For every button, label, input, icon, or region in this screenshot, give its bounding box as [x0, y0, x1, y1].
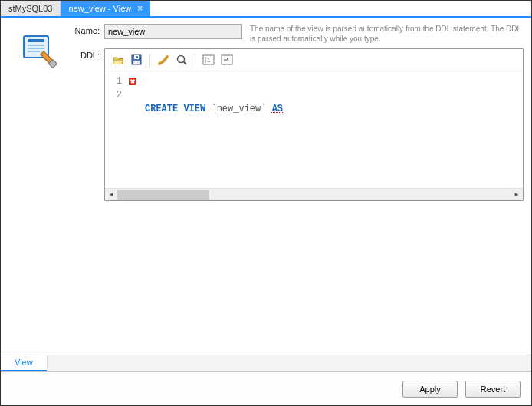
- invisible-chars-icon[interactable]: [218, 52, 235, 68]
- svg-rect-4: [28, 51, 40, 52]
- empty-marker: [126, 88, 139, 102]
- close-icon[interactable]: ×: [137, 4, 143, 13]
- search-icon[interactable]: [173, 52, 190, 68]
- name-label: Name:: [70, 24, 104, 35]
- line-number: 2: [105, 88, 126, 102]
- bottom-tabbar: View: [1, 355, 531, 371]
- svg-point-10: [177, 55, 184, 62]
- scroll-left-icon[interactable]: ◄: [105, 190, 117, 200]
- marker-gutter: [126, 71, 139, 188]
- save-icon[interactable]: [128, 52, 145, 68]
- code-editor[interactable]: 1 2 CREATE VIEW `new_view` AS: [105, 71, 523, 188]
- line-number: 1: [105, 74, 126, 88]
- open-icon[interactable]: [110, 52, 126, 68]
- content-area: Name: The name of the view is parsed aut…: [1, 18, 531, 355]
- keyword: CREATE: [145, 104, 178, 114]
- svg-rect-3: [28, 48, 44, 49]
- svg-rect-2: [28, 45, 44, 46]
- name-hint: The name of the view is parsed automatic…: [250, 24, 524, 44]
- toolbar-separator: [195, 54, 195, 66]
- right-panel: Name: The name of the view is parsed aut…: [70, 24, 524, 351]
- error-marker-icon[interactable]: [126, 74, 139, 88]
- svg-rect-9: [133, 61, 140, 64]
- tab-label: new_view - View: [68, 4, 131, 13]
- code-text[interactable]: CREATE VIEW `new_view` AS: [139, 71, 523, 188]
- scroll-right-icon[interactable]: ►: [511, 190, 523, 200]
- svg-rect-1: [28, 39, 44, 42]
- svg-rect-8: [136, 56, 138, 58]
- ddl-editor-panel: 1 1 2 CREATE VIEW `: [104, 48, 524, 201]
- ddl-label: DDL:: [70, 48, 104, 60]
- wrap-icon[interactable]: 1: [200, 52, 217, 68]
- revert-button[interactable]: Revert: [465, 381, 521, 398]
- toolbar-separator: [149, 54, 150, 66]
- button-bar: Apply Revert: [1, 371, 531, 405]
- keyword-error: AS: [272, 104, 283, 114]
- name-input[interactable]: [104, 24, 242, 39]
- left-panel: [8, 24, 70, 351]
- view-tool-icon: [21, 31, 57, 68]
- keyword: VIEW: [183, 104, 205, 114]
- tab-label: stMySQL03: [8, 4, 52, 13]
- svg-text:1: 1: [207, 57, 211, 64]
- editor-toolbar: 1: [105, 49, 523, 71]
- tab-view[interactable]: View: [1, 355, 47, 371]
- tab-stmysql03[interactable]: stMySQL03: [1, 1, 61, 16]
- identifier: `new_view`: [211, 104, 266, 114]
- line-gutter: 1 2: [105, 71, 126, 188]
- tabbar-spacer: [47, 355, 531, 371]
- apply-button[interactable]: Apply: [402, 381, 458, 398]
- svg-line-11: [183, 61, 186, 64]
- main-tabbar: stMySQL03 new_view - View ×: [1, 1, 531, 18]
- beautify-icon[interactable]: [155, 52, 172, 68]
- tab-new-view[interactable]: new_view - View ×: [61, 1, 150, 16]
- scrollbar-thumb[interactable]: [117, 190, 209, 200]
- horizontal-scrollbar[interactable]: ◄ ►: [105, 188, 523, 200]
